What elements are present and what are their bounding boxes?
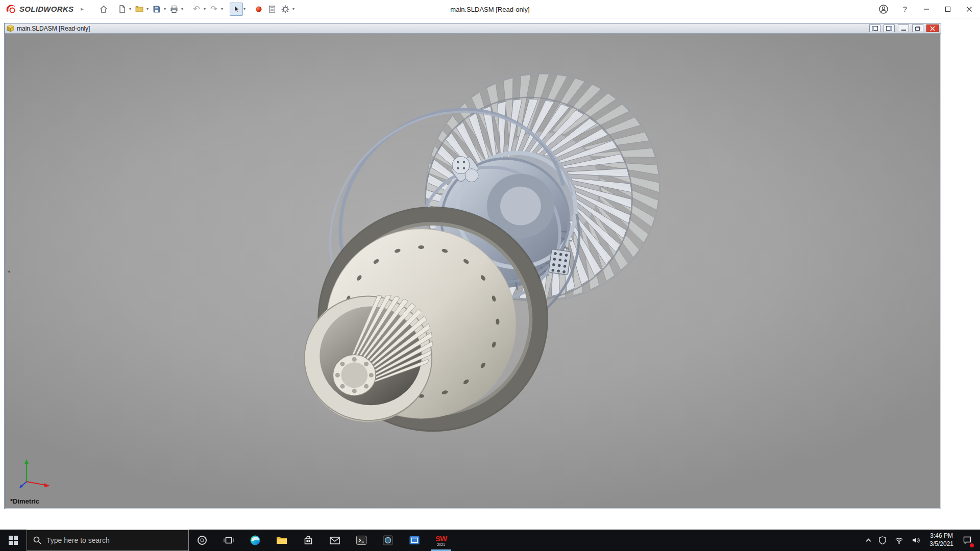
restore-button[interactable] [937,0,959,18]
volume-tray-button[interactable] [909,530,923,551]
file-explorer-button[interactable] [268,530,295,551]
toolbar-flyout-arrow[interactable]: ▸ [81,6,84,12]
undo-button[interactable]: ↶ [190,3,203,16]
chevron-up-icon [866,539,871,544]
desktop: SOLIDWORKS ▸ ▾ ▾ ▾ ▾ [0,0,980,551]
doc-pane-toggle-right-button[interactable] [884,24,895,32]
document-window: main.SLDASM [Read-only] [4,23,941,509]
edge-browser-button[interactable] [242,530,268,551]
video-app-button[interactable] [401,530,428,551]
doc-minimize-button[interactable] [898,24,909,32]
view-orientation-label: *Dimetric [10,497,39,505]
security-tray-button[interactable] [875,530,890,551]
app-titlebar: SOLIDWORKS ▸ ▾ ▾ ▾ ▾ [0,0,980,18]
cortana-button[interactable] [189,530,215,551]
print-icon [169,5,179,14]
home-button[interactable] [97,3,110,16]
doc-close-icon [930,26,935,31]
mouse-gestures-icon [254,5,263,14]
properties-panel-button[interactable] [265,3,279,16]
print-button[interactable] [167,3,181,16]
terminal-app-button[interactable] [348,530,375,551]
action-center-button[interactable] [960,530,975,551]
mouse-gestures-button[interactable] [252,3,265,16]
minimize-icon [923,6,929,12]
document-window-controls [869,24,939,32]
cortana-icon [197,535,208,546]
new-document-button[interactable] [115,3,129,16]
task-view-icon [223,535,234,546]
brand-name: SOLIDWORKS [19,5,74,13]
windows-taskbar: Type here to search SW [0,530,980,551]
video-app-icon [408,534,421,546]
pane-right-icon [886,26,892,31]
notification-badge [970,543,974,547]
file-explorer-icon [276,534,288,546]
doc-close-button[interactable] [926,24,939,32]
pane-left-icon [872,26,878,31]
options-button[interactable] [279,3,292,16]
solidworks-taskbar-button[interactable]: SW 2021 [428,530,454,551]
close-button[interactable] [959,0,980,18]
network-tray-button[interactable] [892,530,906,551]
options-dropdown-caret[interactable]: ▾ [292,7,295,11]
restore-icon [945,6,951,12]
tray-time: 3:46 PM [929,532,953,540]
app-client-area: main.SLDASM [Read-only] [0,19,980,530]
store-button[interactable] [295,530,322,551]
undo-dropdown-caret[interactable]: ▾ [204,7,206,11]
system-tray: 3:46 PM 3/5/2021 [864,530,980,551]
store-bag-icon [303,535,314,546]
search-icon [33,536,41,544]
photos-app-button[interactable] [375,530,401,551]
print-dropdown-caret[interactable]: ▾ [181,7,183,11]
start-button[interactable] [0,530,27,551]
doc-pane-toggle-left-button[interactable] [869,24,880,32]
nozzle-opening [304,295,432,420]
edge-icon [249,534,261,546]
select-dropdown-caret[interactable]: ▾ [243,7,246,11]
solidworks-app-icon: SW 2021 [435,535,447,546]
close-icon [966,6,972,12]
undo-icon: ↶ [193,5,200,13]
terminal-icon [355,534,368,546]
redo-dropdown-caret[interactable]: ▾ [221,7,223,11]
doc-minimize-icon [901,30,906,31]
open-dropdown-caret[interactable]: ▾ [146,7,149,11]
minimize-button[interactable] [916,0,937,18]
engine-block-detail [549,249,571,275]
doc-restore-button[interactable] [912,24,923,32]
save-dropdown-caret[interactable]: ▾ [164,7,166,11]
graphics-viewport[interactable]: *Dimetric ◂ [5,34,940,508]
help-icon: ? [903,5,907,13]
document-titlebar[interactable]: main.SLDASM [Read-only] [5,23,941,34]
sw-year: 2021 [437,543,445,546]
panel-collapse-arrow[interactable]: ◂ [5,264,12,278]
task-view-button[interactable] [215,530,242,551]
sw-letters: SW [435,535,447,542]
save-button[interactable] [150,3,163,16]
new-dropdown-caret[interactable]: ▾ [129,7,131,11]
taskbar-search-input[interactable]: Type here to search [27,530,189,551]
taskbar-clock[interactable]: 3:46 PM 3/5/2021 [925,532,958,548]
open-button[interactable] [133,3,146,16]
mail-button[interactable] [322,530,348,551]
tray-date: 3/5/2021 [929,540,953,548]
doc-restore-icon [915,27,920,31]
redo-button[interactable]: ↷ [207,3,220,16]
ds-logo-icon [5,4,16,15]
properties-list-icon [267,5,277,14]
account-button[interactable] [873,0,894,18]
document-title: main.SLDASM [Read-only] [17,25,90,32]
search-placeholder: Type here to search [46,536,110,544]
orientation-triad [18,457,54,490]
select-tool-button[interactable] [230,3,243,16]
help-button[interactable]: ? [894,0,916,18]
open-folder-icon [135,5,144,14]
home-icon [99,5,108,14]
window-title: main.SLDASM [Read-only] [450,0,529,18]
select-cursor-icon [232,5,241,14]
save-icon [152,5,161,14]
account-icon [878,4,889,14]
show-hidden-icons-button[interactable] [864,530,873,551]
